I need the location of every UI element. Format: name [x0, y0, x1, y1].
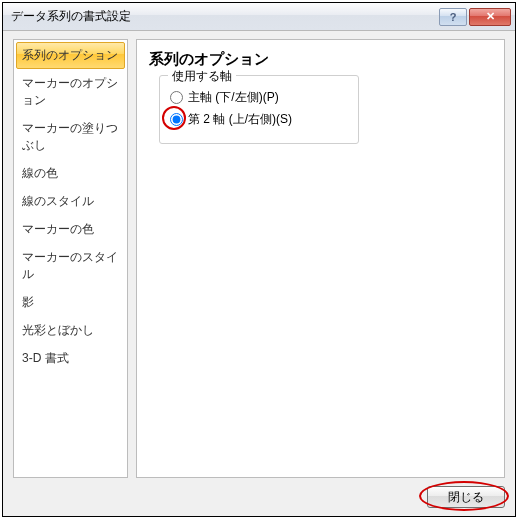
sidebar-item-marker-options[interactable]: マーカーのオプション [16, 70, 125, 114]
content-row: 系列のオプション マーカーのオプション マーカーの塗りつぶし 線の色 線のスタイ… [13, 39, 505, 478]
sidebar-item-label: マーカーのオプション [22, 76, 118, 107]
sidebar-item-label: 影 [22, 295, 34, 309]
radio-label: 主軸 (下/左側)(P) [188, 89, 279, 106]
sidebar-item-label: マーカーの色 [22, 222, 94, 236]
close-button[interactable]: 閉じる [427, 486, 505, 508]
sidebar-item-label: マーカーのスタイル [22, 250, 118, 281]
help-icon: ? [450, 11, 457, 23]
sidebar-item-line-style[interactable]: 線のスタイル [16, 188, 125, 215]
sidebar-item-glow[interactable]: 光彩とぼかし [16, 317, 125, 344]
sidebar-item-label: 3-D 書式 [22, 351, 69, 365]
sidebar-item-series-options[interactable]: 系列のオプション [16, 42, 125, 69]
titlebar: データ系列の書式設定 ? ✕ [3, 3, 515, 31]
footer: 閉じる [13, 478, 505, 508]
sidebar-item-label: 光彩とぼかし [22, 323, 94, 337]
axis-fieldset: 使用する軸 主軸 (下/左側)(P) 第 2 軸 (上/右側)(S) [159, 75, 359, 144]
close-icon: ✕ [486, 10, 495, 23]
radio-primary-axis-input[interactable] [170, 91, 183, 104]
radio-primary-axis[interactable]: 主軸 (下/左側)(P) [170, 89, 348, 106]
fieldset-legend: 使用する軸 [168, 68, 236, 85]
sidebar-item-line-color[interactable]: 線の色 [16, 160, 125, 187]
main-panel: 系列のオプション 使用する軸 主軸 (下/左側)(P) 第 2 軸 (上/右側)… [136, 39, 505, 478]
sidebar-item-shadow[interactable]: 影 [16, 289, 125, 316]
sidebar-item-label: 線のスタイル [22, 194, 94, 208]
sidebar-item-marker-fill[interactable]: マーカーの塗りつぶし [16, 115, 125, 159]
titlebar-buttons: ? ✕ [439, 8, 511, 26]
panel-heading: 系列のオプション [149, 50, 492, 69]
sidebar-item-3d-format[interactable]: 3-D 書式 [16, 345, 125, 372]
sidebar-item-label: 線の色 [22, 166, 58, 180]
radio-secondary-axis[interactable]: 第 2 軸 (上/右側)(S) [170, 111, 348, 128]
sidebar: 系列のオプション マーカーのオプション マーカーの塗りつぶし 線の色 線のスタイ… [13, 39, 128, 478]
sidebar-item-label: 系列のオプション [22, 48, 118, 62]
radio-secondary-axis-input[interactable] [170, 113, 183, 126]
dialog-window: データ系列の書式設定 ? ✕ 系列のオプション マーカーのオプション マーカーの… [2, 2, 516, 517]
window-title: データ系列の書式設定 [11, 8, 439, 25]
close-window-button[interactable]: ✕ [469, 8, 511, 26]
close-button-label: 閉じる [448, 490, 484, 504]
window-body: 系列のオプション マーカーのオプション マーカーの塗りつぶし 線の色 線のスタイ… [3, 31, 515, 516]
sidebar-item-marker-line-color[interactable]: マーカーの色 [16, 216, 125, 243]
help-button[interactable]: ? [439, 8, 467, 26]
sidebar-item-marker-line-style[interactable]: マーカーのスタイル [16, 244, 125, 288]
radio-label: 第 2 軸 (上/右側)(S) [188, 111, 292, 128]
sidebar-item-label: マーカーの塗りつぶし [22, 121, 118, 152]
